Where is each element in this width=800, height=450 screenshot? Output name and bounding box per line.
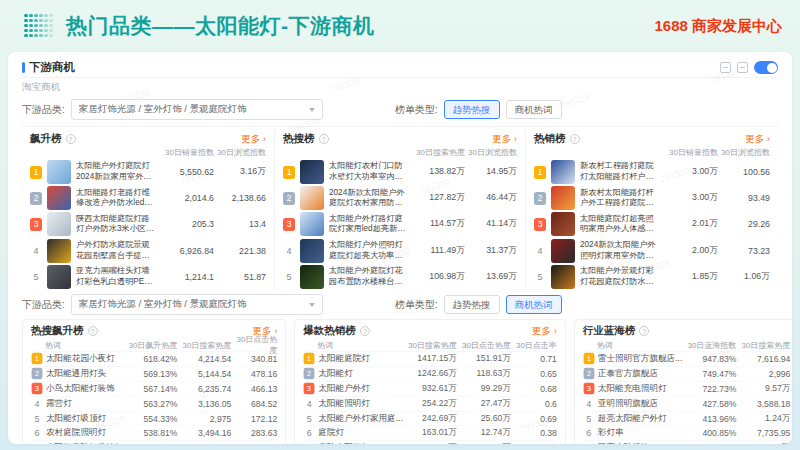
info-icon[interactable]: ? (639, 326, 649, 336)
logo-dot (49, 14, 53, 18)
product-title: 太阳能户外灯庭院灯2024新款家用室外防水超亮大功率LED感应路灯 (76, 161, 156, 182)
table-row[interactable]: 5超亮太阳能户外灯413.96%1.24万594 (583, 411, 792, 426)
table-row[interactable]: 5太阳能灯吸顶灯554.33%2,975172.12 (31, 411, 277, 426)
table-row[interactable]: 1太阳能花园小夜灯618.42%4,214.54340.81 (31, 351, 277, 366)
table-row[interactable]: 42024新款太阳能户外照明灯家用室外防水感应新型农村照明led路灯2.00万7… (534, 238, 770, 264)
metric-value: 538.81% (123, 428, 177, 438)
pill-business-hot-words[interactable]: 商机热词 (506, 295, 562, 314)
table-row[interactable]: 6庭院灯163.01万12.74万0.38 (303, 425, 557, 440)
info-icon[interactable]: ? (319, 134, 329, 144)
table-row[interactable]: 1太阳能灯农村门口防水壁灯大功率室内家用超亮庭院灯感应户外灯138.82万14.… (283, 159, 517, 185)
table-row[interactable]: 7民宿小院墙饰337.31%10.89万3,636 (583, 440, 792, 444)
table-row[interactable]: 5太阳能户外灯家用庭...242.69万25.60万0.69 (303, 411, 557, 426)
info-icon[interactable]: ? (570, 134, 580, 144)
pill-trend-hot-search[interactable]: 趋势热搜 (444, 100, 500, 119)
table-row[interactable]: 2太阳能通用灯头569.13%5,144.54478.16 (31, 366, 277, 381)
table-row[interactable]: 7庭院太阳能灯153.26万14.28万0.67 (303, 440, 557, 444)
product-thumbnail (47, 160, 71, 184)
app-logo (24, 14, 54, 39)
table-row[interactable]: 3陕西太阳能庭院灯路灯户外防水3米小区超亮LED灯杆别墅墙杆景观灯205.313… (30, 211, 266, 237)
table-row[interactable]: 2正泰官方旗舰店749.47%2,99649 (583, 366, 792, 381)
more-link[interactable]: 更多 (241, 133, 266, 146)
product-title: 新农村工程路灯庭院灯太阳能路灯杆户外6米大小楼杆海螺高杆定制 (580, 161, 660, 182)
table-row[interactable]: 1太阳能户外灯庭院灯2024新款家用室外防水超亮大功率LED感应路灯5,550.… (30, 159, 266, 185)
table-row[interactable]: 3太阳能庭院灯超亮照明家用户外人体感应灯防水头灯自动充电照明2.01万29.26 (534, 211, 770, 237)
table-row[interactable]: 6农村庭院照明灯538.81%3,494.16283.63 (31, 425, 277, 440)
table-row[interactable]: 3太阳能户外灯路灯庭院灯家用led超亮新款大功率防水带灯杆照明灯114.57万4… (283, 211, 517, 237)
table-row[interactable]: 4太阳能照明灯254.22万27.47万0.6 (303, 396, 557, 411)
product-thumbnail (551, 239, 575, 263)
more-link[interactable]: 更多 (532, 325, 557, 338)
table-row[interactable]: 2太阳能路灯老路灯维修改造户外防水led庭院灯挑臂锂杆超亮新农村2,014.62… (30, 185, 266, 211)
logo-dot (34, 14, 38, 18)
tab-downstream-business[interactable]: 下游商机 (22, 60, 75, 75)
table-row[interactable]: 2太阳能灯1242.66万118.63万0.65 (303, 366, 557, 381)
metric-value: 100.56 (718, 167, 770, 177)
more-link[interactable]: 更多 (745, 133, 770, 146)
expand-icon[interactable] (737, 62, 748, 73)
table-row[interactable]: 1新农村工程路灯庭院灯太阳能路灯杆户外6米大小楼杆海螺高杆定制3.00万100.… (534, 159, 770, 185)
divider (22, 126, 778, 127)
pill-trend-hot-search[interactable]: 趋势热搜 (444, 295, 500, 314)
info-icon[interactable]: ? (66, 134, 76, 144)
table-row[interactable]: 4亚明照明旗舰店427.58%3,588.18171 (583, 396, 792, 411)
collapse-icon[interactable] (720, 62, 731, 73)
table-header: 热销榜?更多 (534, 131, 770, 147)
type-filter-label: 榜单类型: (395, 103, 438, 117)
metric-value: 684.52 (231, 399, 277, 409)
column-header: 30日搜索热度 (403, 340, 457, 351)
metric-value: 2,975 (177, 414, 231, 424)
rank-number: 5 (583, 414, 595, 424)
metric-value: 3,588.18 (736, 399, 790, 409)
table-row[interactable]: 3太阳能户外灯932.61万99.29万0.68 (303, 381, 557, 396)
metric-value: 13.4 (214, 219, 266, 229)
table-title: 热搜榜 (283, 132, 315, 146)
metric-value: 111.49万 (407, 245, 465, 257)
table-row[interactable]: 2新农村太阳能路灯杆户外工程路灯庭院灯6米大小楼杆海螺高杆定制3.00万93.4… (534, 185, 770, 211)
logo-dot (34, 34, 38, 38)
table-row[interactable]: 4露营灯563.27%3,136.05684.52 (31, 396, 277, 411)
metric-value: 49 (790, 369, 792, 379)
table-row[interactable]: 22024新款太阳能户外庭院灯农村家用防水室内LED照明人体感应路灯127.82… (283, 185, 517, 211)
metric-value: 152 (790, 354, 792, 364)
pill-business-hot-words[interactable]: 商机热词 (506, 100, 562, 119)
table-row[interactable]: 3小鸟太阳能灯装饰567.14%6,235.74466.13 (31, 381, 277, 396)
table-row[interactable]: 5太阳能户外庭院灯花园布置防水楼梯台阶灯围墙壁灯灯杆装饰灯照明106.98万13… (283, 264, 517, 290)
table-row[interactable]: 5亚克力黑嘴柱头灯墙灯彩色乳白透明PE PPMA PS红氧化塑料不碎灯罩1,21… (30, 264, 266, 290)
keyword: 庭院太阳能灯 (318, 442, 403, 444)
table-row[interactable]: 3太阳能充电照明灯722.73%9.57万4,261 (583, 381, 792, 396)
table-row[interactable]: 6彩灯串400.85%7,735.95287 (583, 425, 792, 440)
metric-value: 163.01万 (403, 427, 457, 439)
metric-value: 340.81 (231, 354, 277, 364)
display-toggle[interactable] (754, 61, 778, 74)
table-row[interactable]: 5太阳能户外景观灯彩灯花园庭院灯防水地插灯地灯晚上自动亮1.85万1.06万 (534, 264, 770, 290)
product-title: 户外灯防水庭院景观花园别墅露台手提大小南瓜灯氛围太阳能草坪灯 (76, 240, 156, 261)
product-thumbnail (47, 186, 71, 210)
category-select[interactable]: 家居灯饰光源 / 室外灯饰 / 景观庭院灯饰 (71, 99, 323, 120)
table-title: 热搜飙升榜 (31, 324, 84, 338)
product-title: 太阳能户外灯路灯庭院灯家用led超亮新款大功率防水带灯杆照明灯 (329, 214, 407, 235)
keyword: 小鸟太阳能灯装饰 (46, 383, 123, 395)
bottom-tables: 热搜飙升榜?更多热词30日飙升热度30日搜索热度30日点击热度1太阳能花园小夜灯… (22, 319, 778, 444)
logo-dot (39, 14, 43, 18)
info-icon[interactable]: ? (88, 326, 98, 336)
metric-value: 25.60万 (457, 413, 511, 425)
rank-number: 6 (31, 428, 43, 438)
rank-badge: 3 (283, 218, 295, 231)
table-row[interactable]: 4太阳能灯户外照明灯庭院灯超亮大功率新型防水室内外家用LED路灯111.49万3… (283, 238, 517, 264)
table-row[interactable]: 1雷士照明官方旗舰店...947.83%7,616.94152 (583, 351, 792, 366)
keyword: 太阳能庭院灯 (318, 353, 403, 365)
category-select[interactable]: 家居灯饰光源 / 室外灯饰 / 景观庭院灯饰 (71, 294, 323, 315)
metric-value: 7,616.94 (736, 354, 790, 364)
info-icon[interactable]: ? (360, 326, 370, 336)
metric-value: 3,636 (790, 443, 792, 444)
table-row[interactable]: 4户外灯防水庭院景观花园别墅露台手提大小南瓜灯氛围太阳能草坪灯6,926.842… (30, 238, 266, 264)
table-header: 热搜榜?更多 (283, 131, 517, 147)
column-header: 30日销量指数 (156, 147, 214, 159)
column-header: 30日搜索热度 (407, 147, 465, 159)
more-link[interactable]: 更多 (492, 133, 517, 146)
table-row[interactable]: 1太阳能庭院灯1417.15万151.91万0.71 (303, 351, 557, 366)
metric-value: 1,214.1 (156, 272, 214, 282)
metric-value: 4,214.54 (177, 354, 231, 364)
table-row[interactable]: 7太阳能庭院灯带地灯532%4,819.482,285.73 (31, 440, 277, 444)
